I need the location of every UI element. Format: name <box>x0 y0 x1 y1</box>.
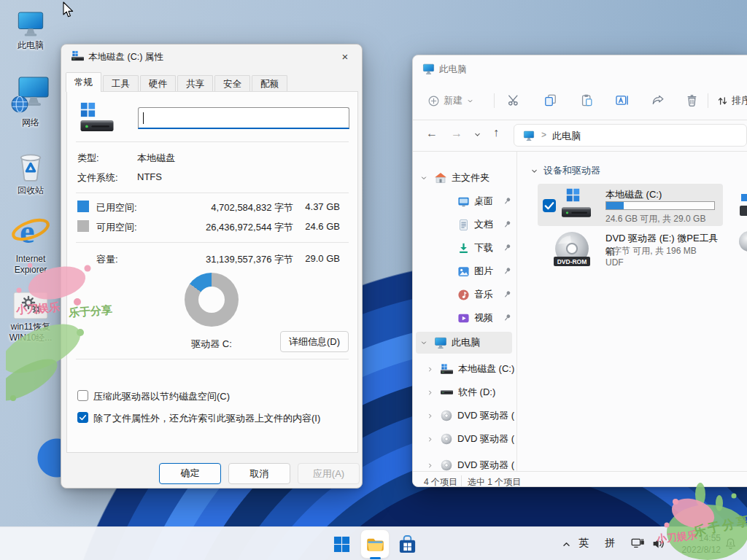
notification-bell-icon[interactable] <box>724 537 738 551</box>
tab-security[interactable]: 安全 <box>214 75 250 92</box>
microsoft-store-icon <box>398 534 417 554</box>
drive-tile-dvd-e[interactable]: DVD-ROM DVD 驱动器 (E:) 微PE工具箱 0 字节 可用, 共 1… <box>538 229 723 271</box>
clock[interactable]: 14:55 2022/8/12 <box>668 532 721 556</box>
chevron-right-icon[interactable] <box>426 412 434 420</box>
drive-tile-local-disk-c[interactable]: 本地磁盘 (C:) 24.6 GB 可用, 共 29.0 GB <box>538 184 723 226</box>
nav-item-music[interactable]: 音乐 <box>416 284 514 306</box>
nav-item-pictures[interactable]: 图片 <box>416 260 514 282</box>
ime-language-indicator[interactable]: 英 <box>578 537 589 550</box>
pin-icon <box>503 219 512 229</box>
tile-checkbox[interactable] <box>543 199 556 212</box>
nav-item-dvd-e[interactable]: DVD 驱动器 (E:) <box>416 405 514 427</box>
tab-sharing[interactable]: 共享 <box>177 75 213 92</box>
nav-item-desktop[interactable]: 桌面 <box>416 190 514 212</box>
nav-item-label: 桌面 <box>474 195 493 208</box>
windows-logo-icon <box>333 536 350 553</box>
sort-button-label: 排序 <box>732 94 747 107</box>
close-button[interactable]: × <box>328 44 362 68</box>
chevron-down-icon[interactable] <box>419 338 428 347</box>
start-button[interactable] <box>330 532 353 556</box>
tab-tools[interactable]: 工具 <box>103 75 139 92</box>
ime-mode-indicator[interactable]: 拼 <box>605 537 615 550</box>
network-icon <box>10 73 51 115</box>
check-icon <box>78 413 88 422</box>
breadcrumb-separator: > <box>541 130 546 140</box>
back-icon[interactable]: ← <box>426 127 438 140</box>
nav-item-documents[interactable]: 文档 <box>416 214 514 236</box>
chevron-down-icon <box>530 166 539 176</box>
status-selection: 选中 1 个项目 <box>468 476 521 489</box>
filesystem-label: 文件系统: <box>77 171 118 184</box>
copy-icon[interactable] <box>543 93 557 107</box>
videos-icon <box>457 312 470 324</box>
paste-icon[interactable] <box>580 93 594 107</box>
svg-text:e: e <box>20 213 34 250</box>
delete-icon[interactable] <box>685 93 699 107</box>
nav-item-label: 下载 <box>474 241 493 254</box>
nav-item-disk-d[interactable]: 软件 (D:) <box>416 381 514 403</box>
dvd-icon: DVD-ROM <box>554 230 590 268</box>
volume-label-input[interactable] <box>138 107 349 129</box>
tab-quota[interactable]: 配额 <box>252 75 287 92</box>
drive-info: 0 字节 可用, 共 196 MB <box>605 245 697 257</box>
share-icon[interactable] <box>651 93 665 107</box>
details-button[interactable]: 详细信息(D) <box>280 331 349 352</box>
address-bar[interactable]: > 此电脑 <box>514 124 747 147</box>
nav-item-dvd-f[interactable]: DVD 驱动器 (F:) <box>416 428 514 450</box>
tray-chevron-up-icon[interactable] <box>560 538 573 551</box>
section-header-label: 设备和驱动器 <box>543 164 600 177</box>
nav-item-videos[interactable]: 视频 <box>416 307 514 329</box>
taskbar-store-button[interactable] <box>395 532 419 556</box>
dvd-icon <box>441 410 452 421</box>
history-chevron-icon[interactable] <box>473 130 482 139</box>
internet-explorer-icon: e <box>10 211 51 252</box>
taskbar-file-explorer-button[interactable] <box>360 529 390 559</box>
chevron-right-icon[interactable] <box>426 462 434 470</box>
index-checkbox-label: 除了文件属性外，还允许索引此驱动器上文件的内容(I) <box>93 412 320 425</box>
free-space-size: 24.6 GB <box>295 221 340 232</box>
desktop-icon-this-pc[interactable]: 此电脑 <box>4 9 58 51</box>
compress-checkbox[interactable] <box>77 390 88 401</box>
network-tray-icon[interactable] <box>630 536 646 551</box>
apply-button[interactable]: 应用(A) <box>298 463 360 484</box>
nav-item-dvd-partial[interactable]: DVD 驱动器 (F:) <box>416 454 514 471</box>
nav-item-home[interactable]: 主文件夹 <box>416 167 514 189</box>
section-header[interactable]: 设备和驱动器 <box>530 162 747 179</box>
chevron-down-icon[interactable] <box>419 174 428 182</box>
breadcrumb-this-pc[interactable]: 此电脑 <box>552 130 581 143</box>
index-checkbox[interactable] <box>77 412 88 423</box>
status-divider <box>413 471 747 472</box>
up-icon[interactable]: ↑ <box>493 126 499 139</box>
desktop-icon-label: win11恢复 <box>4 322 58 332</box>
nav-item-this-pc[interactable]: 此电脑 <box>416 332 512 354</box>
new-button[interactable]: 新建 <box>427 90 477 111</box>
separator <box>76 192 349 193</box>
this-pc-icon <box>523 130 535 141</box>
explorer-title: 此电脑 <box>439 63 467 76</box>
nav-item-downloads[interactable]: 下载 <box>416 237 514 259</box>
chevron-right-icon[interactable] <box>426 389 434 397</box>
tab-hardware[interactable]: 硬件 <box>140 75 176 92</box>
clock-time: 14:55 <box>668 532 721 544</box>
desktop-icon-win11-restore[interactable]: win11恢复 WIN10经... <box>4 292 58 343</box>
ok-button[interactable]: 确定 <box>159 463 221 484</box>
nav-item-label: 文档 <box>474 218 493 231</box>
cancel-button[interactable]: 取消 <box>228 463 290 484</box>
tab-general[interactable]: 常规 <box>66 72 101 92</box>
chevron-right-icon[interactable] <box>426 435 434 443</box>
type-label: 类型: <box>77 152 99 165</box>
rename-icon[interactable] <box>615 93 629 107</box>
desktop-icon-internet-explorer[interactable]: e Internet Explorer <box>4 211 58 276</box>
chevron-right-icon[interactable] <box>426 365 434 373</box>
this-pc-icon <box>14 9 47 38</box>
nav-item-local-disk-c[interactable]: 本地磁盘 (C:) <box>416 358 514 380</box>
desktop-icon-network[interactable]: 网络 <box>4 73 58 128</box>
desktop-icon-label: 此电脑 <box>4 40 58 51</box>
sort-button[interactable]: 排序 <box>716 90 747 111</box>
desktop-icon-recycle-bin[interactable]: 回收站 <box>4 148 58 196</box>
home-icon <box>434 171 447 184</box>
sort-arrows-icon <box>716 95 729 107</box>
cut-icon[interactable] <box>507 93 521 107</box>
volume-tray-icon[interactable] <box>651 536 667 551</box>
forward-icon[interactable]: → <box>451 127 462 140</box>
